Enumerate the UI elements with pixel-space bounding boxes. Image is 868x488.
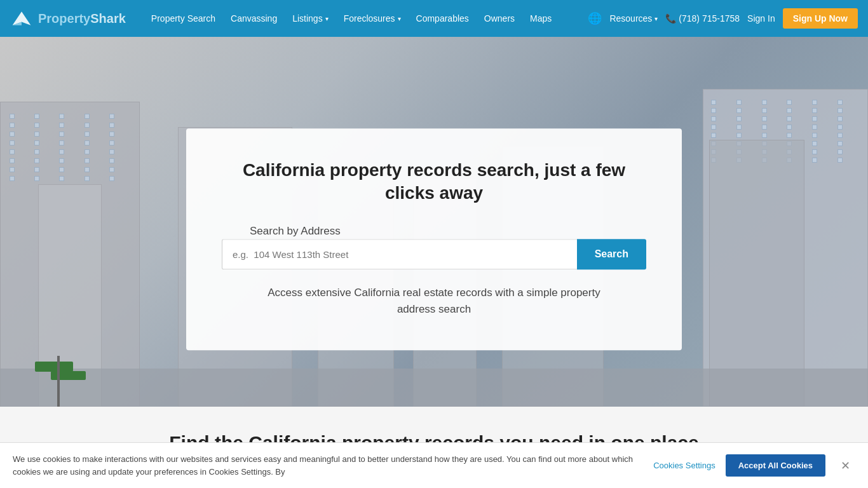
nav-owners[interactable]: Owners [478,8,521,29]
cookie-actions: Cookies Settings Accept All Cookies ✕ [653,454,855,477]
cookie-text: We use cookies to make interactions with… [13,453,641,478]
navbar-right: 🌐 Resources ▾ 📞 (718) 715-1758 Sign In S… [588,8,858,29]
signin-link[interactable]: Sign In [747,13,775,24]
accept-cookies-button[interactable]: Accept All Cookies [726,454,825,477]
nav-canvassing[interactable]: Canvassing [224,8,283,29]
hero-heading: California property records search, just… [222,159,646,205]
nav-comparables[interactable]: Comparables [410,8,475,29]
nav-listings[interactable]: Listings ▾ [286,8,334,29]
search-label: Search by Address [250,223,618,240]
phone-icon: 📞 [665,13,676,24]
hero-subtext: Access extensive California real estate … [250,285,618,318]
navbar: PropertyShark Property Search Canvassing… [0,0,868,37]
shark-logo-icon [10,7,33,30]
cookies-settings-button[interactable]: Cookies Settings [653,461,715,470]
search-row: Search [222,240,646,270]
hero-section: California property records search, just… [0,37,868,407]
phone-section: 📞 (718) 715-1758 [665,13,740,24]
nav-foreclosures[interactable]: Foreclosures ▾ [337,8,407,29]
resources-dropdown-arrow: ▾ [654,15,658,22]
nav-maps[interactable]: Maps [524,8,558,29]
nav-property-search[interactable]: Property Search [145,8,222,29]
brand-name: PropertyShark [38,11,126,26]
globe-icon[interactable]: 🌐 [588,11,602,25]
address-search-input[interactable] [222,240,577,270]
nav-links: Property Search Canvassing Listings ▾ Fo… [145,8,588,29]
cookie-close-button[interactable]: ✕ [836,456,855,475]
resources-button[interactable]: Resources ▾ [609,13,658,24]
search-card: California property records search, just… [186,128,682,350]
foreclosures-dropdown-arrow: ▾ [398,15,401,22]
signup-button[interactable]: Sign Up Now [783,8,858,29]
logo[interactable]: PropertyShark [10,7,126,30]
search-button[interactable]: Search [577,240,646,270]
listings-dropdown-arrow: ▾ [325,15,329,22]
phone-number: (718) 715-1758 [679,13,740,24]
cookie-banner: We use cookies to make interactions with… [0,442,868,488]
